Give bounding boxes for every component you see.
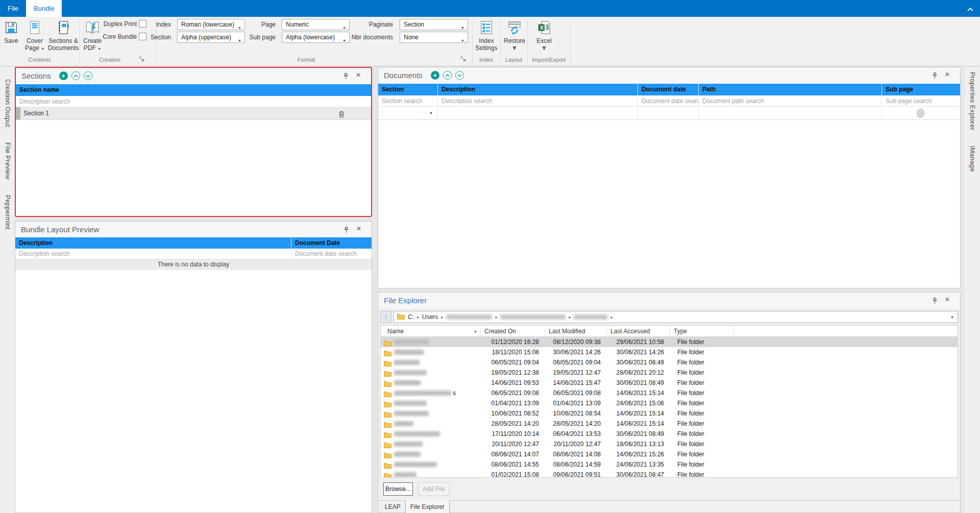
document-date-entry-cell[interactable] (638, 107, 698, 119)
dock-tab-peppermint[interactable]: Peppermint (4, 195, 11, 230)
close-icon[interactable]: ✕ (945, 296, 950, 303)
move-document-up-button[interactable] (443, 71, 452, 80)
file-last-accessed: 24/06/2021 13:35 (607, 459, 670, 470)
breadcrumb-redacted[interactable] (574, 314, 607, 320)
paginate-combo[interactable]: Section▼ (400, 19, 468, 30)
row-selector-strip[interactable] (16, 107, 20, 119)
section-entry-dropdown[interactable]: ▼ (378, 107, 437, 119)
file-row[interactable]: 20/11/2020 12:47 20/11/2020 12:47 18/06/… (381, 439, 958, 449)
file-last-modified: 06/04/2021 13:53 (545, 429, 607, 439)
tab-leap[interactable]: LEAP (380, 501, 405, 512)
description-filter-input[interactable] (15, 249, 291, 259)
last-modified-column-header[interactable]: Last Modified (545, 326, 607, 336)
path-dropdown-caret-icon[interactable]: ▼ (950, 315, 954, 319)
cover-page-button[interactable]: Cover Page ▼ (22, 18, 47, 55)
file-row[interactable]: s 06/05/2021 09:08 06/05/2021 09:08 14/0… (381, 388, 958, 398)
document-date-filter-input[interactable] (638, 95, 698, 106)
create-pdf-button[interactable]: Create PDF ▼ (81, 18, 104, 55)
created-on-column-header[interactable]: Created On (481, 326, 545, 336)
dock-tab-properties-explorer[interactable]: Properties Explorer (969, 72, 976, 131)
section-name-column-header[interactable]: Section name (16, 84, 371, 96)
file-row[interactable]: 08/06/2021 14:55 08/06/2021 14:59 24/06/… (381, 459, 958, 470)
document-path-filter-input[interactable] (699, 95, 881, 106)
file-last-accessed: 29/06/2021 10:58 (607, 337, 670, 347)
documents-grid-header: Section Description Document date Path S… (378, 84, 960, 95)
file-row[interactable]: 28/05/2021 14:20 28/05/2021 14:20 14/06/… (381, 419, 958, 429)
description-column-header[interactable]: Description (437, 84, 638, 95)
breadcrumb-separator-icon: ▸ (495, 315, 497, 320)
move-section-down-button[interactable] (84, 71, 92, 80)
format-dialog-launcher-icon[interactable] (460, 56, 467, 62)
restore-button[interactable]: Restore ▼ (502, 18, 527, 55)
section-name-filter-input[interactable] (16, 96, 371, 107)
description-entry-cell[interactable] (437, 107, 638, 119)
pin-icon[interactable] (932, 72, 938, 81)
restore-icon (502, 18, 527, 37)
add-section-button[interactable]: + (59, 71, 68, 80)
file-created-on: 28/05/2021 14:20 (481, 419, 545, 429)
file-row[interactable]: 14/06/2021 09:53 14/06/2021 15:47 30/06/… (381, 378, 958, 388)
add-document-button[interactable]: + (431, 71, 439, 80)
path-column-header[interactable]: Path (698, 84, 881, 95)
file-row[interactable]: 01/12/2020 16:28 08/12/2020 09:38 29/06/… (381, 337, 958, 347)
tab-file[interactable]: File (0, 0, 26, 17)
close-icon[interactable]: ✕ (356, 225, 361, 232)
file-last-accessed: 30/06/2021 08:49 (607, 357, 670, 368)
section-row[interactable]: Section 1 (16, 107, 371, 120)
file-row[interactable]: 06/05/2021 09:04 06/05/2021 09:04 30/06/… (381, 357, 958, 368)
collapse-ribbon-icon[interactable] (967, 6, 974, 11)
pin-icon[interactable] (343, 72, 349, 81)
document-date-column-header[interactable]: Document Date (291, 237, 372, 249)
description-filter-input[interactable] (438, 95, 638, 106)
up-directory-button[interactable]: ↑ (380, 311, 391, 323)
file-row[interactable]: 01/02/2021 15:08 09/06/2021 09:51 30/06/… (381, 470, 958, 477)
document-date-filter-input[interactable] (291, 249, 372, 259)
creation-dialog-launcher-icon[interactable] (139, 56, 145, 62)
breadcrumb-redacted[interactable] (446, 314, 492, 320)
sub-page-toggle[interactable] (917, 109, 924, 118)
type-column-header[interactable]: Type (670, 326, 734, 336)
browse-button[interactable]: Browse... (383, 482, 413, 496)
dock-tab-creation-output[interactable]: Creation Output (4, 79, 11, 127)
dock-tab-file-preview[interactable]: File Preview (4, 142, 11, 180)
file-row[interactable]: 18/11/2020 15:08 30/06/2021 14:26 30/06/… (381, 347, 958, 357)
add-file-button[interactable]: Add File (418, 482, 450, 496)
section-filter-input[interactable] (378, 95, 437, 106)
file-name-redacted (394, 339, 429, 345)
close-icon[interactable]: ✕ (356, 71, 361, 79)
last-accessed-column-header[interactable]: Last Accessed (607, 326, 670, 336)
sections-documents-button[interactable]: Sections & Documents (47, 18, 80, 55)
description-column-header[interactable]: Description (15, 237, 291, 249)
tab-bundle[interactable]: Bundle (26, 0, 62, 17)
close-icon[interactable]: ✕ (945, 71, 950, 78)
index-settings-icon (474, 18, 499, 37)
dock-tab-imanage[interactable]: iManage (969, 146, 976, 172)
breadcrumb-drive[interactable]: C: (408, 313, 414, 321)
pin-icon[interactable] (932, 297, 938, 306)
file-row[interactable]: 08/06/2021 14:07 08/06/2021 14:08 14/06/… (381, 449, 958, 459)
name-column-header[interactable]: Name▲ (384, 326, 481, 336)
move-section-up-button[interactable] (71, 71, 80, 80)
file-row[interactable]: 01/04/2021 13:09 01/04/2021 13:09 24/06/… (381, 398, 958, 408)
nbr-documents-combo[interactable]: None▼ (400, 32, 468, 43)
sections-grid-header[interactable]: Section name (16, 84, 371, 96)
breadcrumb-users[interactable]: Users (422, 313, 438, 321)
file-row[interactable]: 19/05/2021 12:38 19/05/2021 12:47 28/06/… (381, 368, 958, 378)
document-date-column-header[interactable]: Document date (638, 84, 698, 95)
file-row[interactable]: 10/06/2021 08:52 10/06/2021 08:54 14/06/… (381, 408, 958, 419)
path-entry-cell[interactable] (698, 107, 881, 119)
tab-file-explorer[interactable]: File Explorer (405, 500, 450, 513)
sub-page-filter-input[interactable] (882, 95, 960, 106)
breadcrumb[interactable]: C: ▸ Users ▸ ▸ ▸ ▸ ▼ (394, 311, 958, 323)
pin-icon[interactable] (344, 226, 349, 235)
excel-button[interactable]: Excel ▼ (531, 18, 557, 55)
delete-section-icon[interactable] (338, 110, 345, 122)
section-column-header[interactable]: Section (378, 84, 437, 95)
move-document-down-button[interactable] (455, 71, 464, 80)
file-row[interactable]: 17/11/2020 10:14 06/04/2021 13:53 30/06/… (381, 429, 958, 439)
index-settings-button[interactable]: Index Settings (474, 18, 499, 55)
save-button[interactable]: Save (1, 18, 21, 55)
file-created-on: 01/12/2020 16:28 (481, 337, 545, 347)
sub-page-column-header[interactable]: Sub page (881, 84, 960, 95)
breadcrumb-redacted[interactable] (500, 314, 566, 320)
